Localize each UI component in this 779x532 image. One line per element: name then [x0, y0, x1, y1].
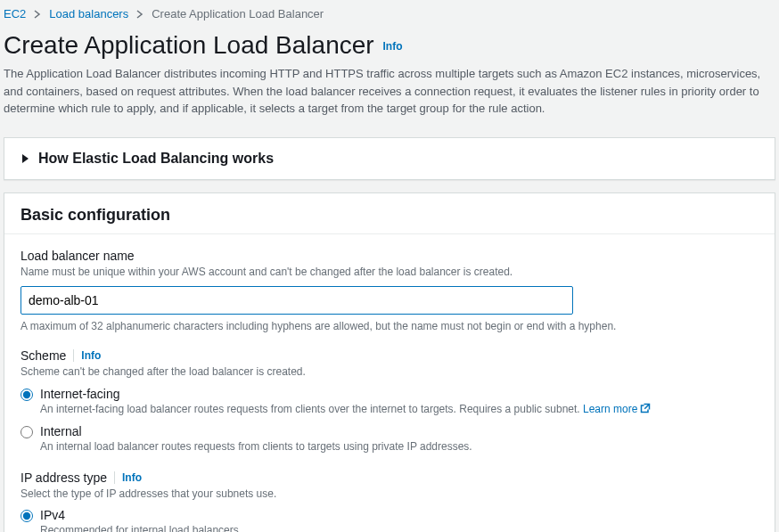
scheme-option-desc: An internet-facing load balancer routes …	[40, 402, 651, 417]
page-header: Create Application Load Balancer Info Th…	[0, 20, 779, 125]
external-link-icon	[640, 402, 651, 417]
how-it-works-title: How Elastic Load Balancing works	[38, 151, 274, 167]
scheme-option-internet-facing[interactable]: Internet-facing An internet-facing load …	[20, 387, 758, 417]
lb-name-constraint: A maximum of 32 alphanumeric characters …	[20, 320, 758, 332]
scheme-info-link[interactable]: Info	[81, 349, 101, 362]
scheme-label: Scheme	[20, 348, 66, 363]
scheme-learn-more-link[interactable]: Learn more	[583, 402, 651, 417]
scheme-option-label: Internal	[40, 424, 472, 438]
basic-config-panel: Basic configuration Load balancer name N…	[4, 192, 775, 533]
field-lb-name: Load balancer name Name must be unique w…	[20, 249, 758, 333]
ip-option-desc: Recommended for internal load balancers.	[40, 523, 242, 532]
divider-icon	[114, 471, 115, 484]
lb-name-hint: Name must be unique within your AWS acco…	[20, 265, 758, 280]
breadcrumb-current: Create Application Load Balancer	[152, 7, 324, 20]
ip-option-label: IPv4	[40, 508, 242, 522]
lb-name-input[interactable]	[20, 286, 573, 315]
how-it-works-toggle[interactable]: How Elastic Load Balancing works	[4, 138, 775, 179]
ip-radio-ipv4[interactable]	[20, 510, 33, 522]
scheme-option-desc: An internal load balancer routes request…	[40, 439, 472, 454]
field-ip-type: IP address type Info Select the type of …	[20, 471, 758, 532]
scheme-radio-internet-facing[interactable]	[20, 389, 33, 401]
how-it-works-panel: How Elastic Load Balancing works	[4, 137, 775, 180]
page-title-info-link[interactable]: Info	[383, 40, 403, 53]
scheme-option-label: Internet-facing	[40, 387, 651, 401]
basic-config-title: Basic configuration	[4, 193, 775, 234]
page-title: Create Application Load Balancer	[4, 31, 374, 59]
breadcrumb-load-balancers[interactable]: Load balancers	[49, 7, 128, 20]
scheme-option-internal[interactable]: Internal An internal load balancer route…	[20, 424, 758, 454]
breadcrumb: EC2 Load balancers Create Application Lo…	[0, 0, 779, 20]
divider-icon	[73, 349, 74, 362]
page-description: The Application Load Balancer distribute…	[4, 65, 775, 118]
ip-type-label: IP address type	[20, 471, 107, 485]
lb-name-label: Load balancer name	[20, 249, 758, 263]
chevron-right-icon	[33, 10, 42, 19]
caret-right-icon	[20, 154, 29, 163]
scheme-hint: Scheme can't be changed after the load b…	[20, 364, 758, 380]
ip-type-info-link[interactable]: Info	[122, 471, 142, 484]
ip-type-hint: Select the type of IP addresses that you…	[20, 487, 758, 502]
breadcrumb-ec2[interactable]: EC2	[4, 7, 26, 20]
chevron-right-icon	[135, 10, 144, 19]
field-scheme: Scheme Info Scheme can't be changed afte…	[20, 348, 758, 454]
scheme-radio-internal[interactable]	[20, 426, 33, 438]
ip-option-ipv4[interactable]: IPv4 Recommended for internal load balan…	[20, 508, 758, 532]
